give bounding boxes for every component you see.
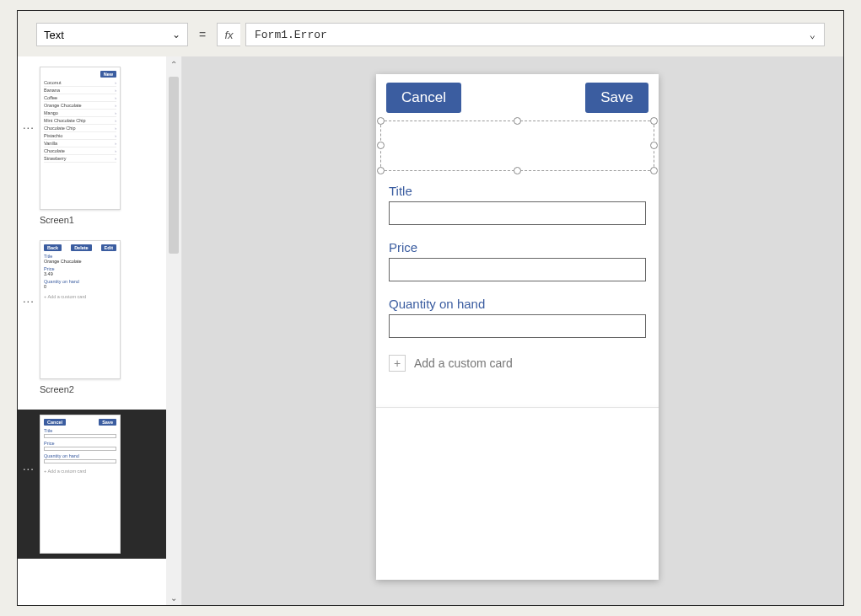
- field-label: Price: [389, 240, 646, 254]
- thumbnail-screen1[interactable]: ... New Coconut›Banana›Coffee›Orange Cho…: [18, 67, 166, 225]
- add-custom-card[interactable]: + Add a custom card: [389, 355, 646, 372]
- add-card-label: Add a custom card: [414, 356, 513, 370]
- formula-expression: Form1.Error: [255, 29, 327, 41]
- resize-handle[interactable]: [514, 117, 521, 125]
- more-icon[interactable]: ...: [23, 292, 35, 305]
- field-quantity: Quantity on hand: [389, 297, 646, 338]
- thumbnail-screen3-selected[interactable]: ... Cancel Save Title Price Quantity on …: [18, 410, 166, 559]
- mini-list-row: Banana›: [44, 87, 116, 94]
- mini-list-row: Strawberry›: [44, 155, 116, 163]
- form-divider: [376, 407, 659, 408]
- resize-handle[interactable]: [377, 142, 385, 149]
- thumbnail-caption: Screen1: [40, 215, 166, 225]
- resize-handle[interactable]: [650, 167, 658, 174]
- mini-list-row: Orange Chocolate›: [44, 102, 116, 110]
- design-canvas[interactable]: Cancel Save Title Price: [182, 56, 843, 605]
- property-dropdown-value: Text: [44, 29, 64, 41]
- plus-icon: +: [389, 355, 406, 372]
- mini-preview: Cancel Save Title Price Quantity on hand…: [40, 415, 121, 554]
- chevron-down-icon: ⌄: [810, 29, 815, 41]
- cancel-button[interactable]: Cancel: [386, 83, 461, 113]
- field-price: Price: [389, 240, 646, 281]
- mini-new-button: New: [100, 71, 116, 78]
- form-header: Cancel Save: [376, 74, 659, 121]
- mini-cancel-button: Cancel: [44, 419, 66, 426]
- app-frame: Text ⌄ = fx Form1.Error ⌄ ⌃ ⌄ ... New Co…: [17, 10, 844, 606]
- mini-list-row: Mint Chocolate Chip›: [44, 117, 116, 125]
- mini-list-row: Coffee›: [44, 94, 116, 102]
- mini-preview: Back Delete Edit Title Orange Chocolate …: [40, 240, 121, 379]
- resize-handle[interactable]: [650, 142, 658, 149]
- mini-list-row: Mango›: [44, 110, 116, 117]
- thumbnail-screen2[interactable]: ... Back Delete Edit Title Orange Chocol…: [18, 240, 166, 394]
- resize-handle[interactable]: [514, 167, 521, 174]
- mini-edit-button: Edit: [101, 244, 116, 251]
- scrollbar-thumb[interactable]: [169, 77, 179, 254]
- scroll-down-icon[interactable]: ⌄: [166, 590, 181, 605]
- equals-label: =: [193, 23, 212, 46]
- screen-thumbnail-panel: ⌃ ⌄ ... New Coconut›Banana›Coffee›Orange…: [18, 56, 182, 605]
- price-input[interactable]: [389, 258, 646, 281]
- save-button[interactable]: Save: [585, 83, 648, 113]
- scroll-up-icon[interactable]: ⌃: [166, 56, 181, 72]
- property-dropdown[interactable]: Text ⌄: [36, 23, 188, 46]
- field-label: Title: [389, 184, 646, 198]
- mini-list-row: Chocolate›: [44, 147, 116, 155]
- title-input[interactable]: [389, 201, 646, 225]
- fx-icon: fx: [217, 23, 240, 46]
- mini-back-button: Back: [44, 244, 62, 251]
- thumbnail-caption: Screen2: [40, 384, 166, 394]
- resize-handle[interactable]: [650, 117, 658, 125]
- more-icon[interactable]: ...: [23, 460, 35, 473]
- quantity-input[interactable]: [389, 314, 646, 338]
- formula-bar: Text ⌄ = fx Form1.Error ⌄: [36, 23, 825, 46]
- mini-delete-button: Delete: [71, 244, 92, 251]
- mini-preview: New Coconut›Banana›Coffee›Orange Chocola…: [40, 67, 121, 210]
- resize-handle[interactable]: [377, 117, 385, 125]
- formula-input[interactable]: Form1.Error ⌄: [245, 23, 825, 46]
- selected-control-error-label[interactable]: [380, 121, 654, 171]
- scrollbar[interactable]: ⌃ ⌄: [166, 56, 181, 605]
- field-title: Title: [389, 184, 646, 225]
- mini-list-row: Coconut›: [44, 79, 116, 87]
- more-icon[interactable]: ...: [23, 119, 35, 131]
- mini-list-row: Vanilla›: [44, 140, 116, 147]
- form-body: Title Price Quantity on hand + Add a cus…: [389, 184, 646, 372]
- field-label: Quantity on hand: [389, 297, 646, 311]
- mini-list-row: Chocolate Chip›: [44, 125, 116, 132]
- chevron-down-icon: ⌄: [172, 29, 180, 40]
- phone-screen: Cancel Save Title Price: [376, 74, 659, 580]
- mini-list-row: Pistachio›: [44, 132, 116, 140]
- resize-handle[interactable]: [377, 167, 385, 174]
- mini-save-button: Save: [99, 419, 116, 426]
